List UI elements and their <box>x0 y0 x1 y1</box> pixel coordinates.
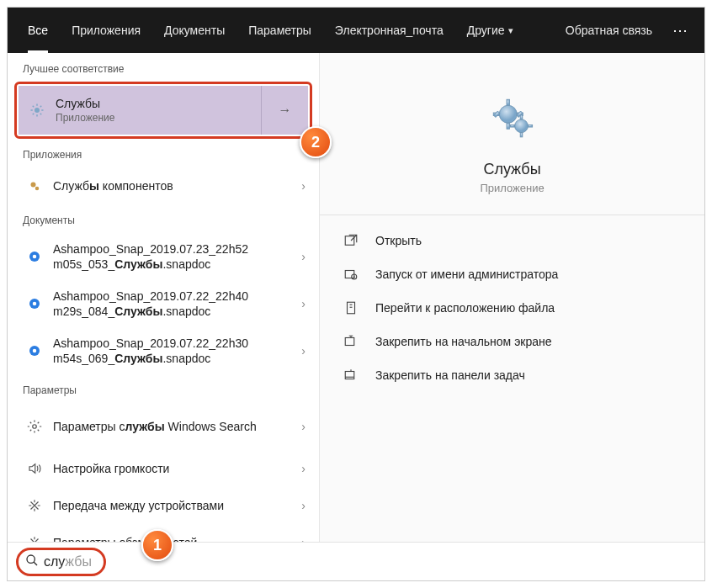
search-typed-text: слу <box>44 554 65 569</box>
section-docs: Документы <box>8 204 319 233</box>
svg-point-25 <box>514 119 528 133</box>
doc-result-3[interactable]: Ashampoo_Snap_2019.07.22_22h30 m54s_069_… <box>8 327 319 374</box>
tab-other-label: Другие <box>467 24 505 37</box>
svg-line-8 <box>40 106 42 108</box>
svg-rect-28 <box>510 124 514 127</box>
doc-result-1[interactable]: Ashampoo_Snap_2019.07.23_22h52 m05s_053_… <box>8 233 319 280</box>
devices-icon <box>23 495 46 516</box>
setting-label: Настройка громкости <box>53 461 296 476</box>
section-apps: Приложения <box>8 139 319 167</box>
svg-point-9 <box>31 183 36 188</box>
tab-settings[interactable]: Параметры <box>236 8 323 53</box>
search-icon <box>25 554 39 570</box>
chevron-right-icon: › <box>296 420 311 433</box>
volume-icon <box>23 458 46 479</box>
setting-volume[interactable]: Настройка громкости › <box>8 450 319 487</box>
action-label: Открыть <box>375 234 422 247</box>
chevron-right-icon: › <box>296 536 311 542</box>
svg-rect-19 <box>507 99 510 105</box>
action-label: Перейти к расположению файла <box>375 301 555 315</box>
svg-rect-24 <box>493 111 499 117</box>
setting-label: Параметры службы Windows Search <box>53 419 296 434</box>
svg-point-0 <box>35 108 40 113</box>
snapdoc-icon <box>23 246 46 267</box>
tab-email[interactable]: Электронная_почта <box>323 8 455 53</box>
tab-apps[interactable]: Приложения <box>60 8 152 53</box>
best-match-highlight: Службы Приложение → <box>14 82 312 139</box>
folder-icon <box>343 300 367 315</box>
action-run-as-admin[interactable]: Запуск от имени администратора <box>320 257 704 291</box>
setting-shared-experiences[interactable]: Передача между устройствами › <box>8 487 319 524</box>
admin-icon <box>343 267 367 282</box>
tab-feedback[interactable]: Обратная связь <box>554 8 664 53</box>
search-tabs: Все Приложения Документы Параметры Элект… <box>8 8 704 53</box>
svg-rect-26 <box>520 115 523 119</box>
app-result-label: Службы компонентов <box>53 178 296 193</box>
chevron-right-icon: › <box>296 462 311 475</box>
tab-docs[interactable]: Документы <box>152 8 236 53</box>
tab-other[interactable]: Другие ▾ <box>455 8 525 53</box>
pin-start-icon <box>343 334 367 349</box>
action-open-location[interactable]: Перейти к расположению файла <box>320 291 704 325</box>
search-suggestion-ghost: жбы <box>65 554 92 569</box>
setting-label: Параметры обзможностей <box>53 535 296 542</box>
setting-label: Передача между устройствами <box>53 498 296 513</box>
component-services-icon <box>23 176 46 196</box>
open-icon <box>343 233 367 248</box>
results-pane: Лучшее соответствие Службы Приложение → … <box>8 53 319 542</box>
svg-rect-20 <box>507 123 510 129</box>
action-label: Закрепить на начальном экране <box>375 335 552 348</box>
svg-point-39 <box>27 555 35 563</box>
app-result-component-services[interactable]: Службы компонентов › <box>8 167 319 204</box>
svg-line-6 <box>40 114 42 115</box>
action-pin-taskbar[interactable]: Закрепить на панели задач <box>320 358 704 392</box>
tab-all[interactable]: Все <box>16 8 60 53</box>
svg-point-14 <box>33 302 37 306</box>
more-menu[interactable]: ⋯ <box>664 21 696 40</box>
setting-windows-search[interactable]: Параметры службы Windows Search › <box>8 403 319 450</box>
search-box-highlight[interactable]: службы <box>16 548 106 576</box>
services-icon <box>19 103 56 118</box>
svg-line-5 <box>33 106 35 108</box>
preview-actions: Открыть Запуск от имени администратора П… <box>320 215 704 400</box>
svg-point-12 <box>33 255 37 259</box>
chevron-down-icon: ▾ <box>508 25 513 36</box>
svg-rect-36 <box>345 338 354 346</box>
preview-pane: Службы Приложение Открыть Запуск от имен… <box>319 53 704 542</box>
preview-subtitle: Приложение <box>480 182 544 194</box>
svg-point-16 <box>33 349 37 353</box>
section-settings: Параметры <box>8 374 319 403</box>
svg-rect-29 <box>528 124 532 127</box>
best-match-item[interactable]: Службы Приложение → <box>19 86 308 135</box>
chevron-right-icon: › <box>296 179 311 193</box>
action-label: Закрепить на панели задач <box>375 368 525 382</box>
svg-point-10 <box>35 187 40 191</box>
best-match-expand[interactable]: → <box>261 86 308 135</box>
doc-result-label: Ashampoo_Snap_2019.07.22_22h30 m54s_069_… <box>53 336 296 366</box>
svg-rect-33 <box>348 302 355 314</box>
doc-result-2[interactable]: Ashampoo_Snap_2019.07.22_22h40 m29s_084_… <box>8 280 319 327</box>
action-open[interactable]: Открыть <box>320 224 704 257</box>
devices-icon <box>23 532 46 542</box>
chevron-right-icon: › <box>296 297 311 310</box>
svg-rect-30 <box>345 236 354 246</box>
snapdoc-icon <box>23 294 46 314</box>
services-large-icon <box>489 95 536 142</box>
svg-point-18 <box>499 105 517 123</box>
window-frame: Все Приложения Документы Параметры Элект… <box>7 7 705 581</box>
annotation-callout-2: 2 <box>300 126 332 158</box>
search-bar: службы <box>8 542 704 580</box>
snapdoc-icon <box>23 341 46 361</box>
doc-result-label: Ashampoo_Snap_2019.07.23_22h52 m05s_053_… <box>53 241 296 272</box>
svg-rect-37 <box>345 372 354 379</box>
action-pin-start[interactable]: Закрепить на начальном экране <box>320 325 704 358</box>
svg-point-17 <box>33 425 37 429</box>
chevron-right-icon: › <box>296 499 311 512</box>
annotation-callout-1: 1 <box>141 529 173 561</box>
best-match-sub: Приложение <box>56 112 261 124</box>
preview-title: Службы <box>483 161 540 178</box>
chevron-right-icon: › <box>296 250 311 263</box>
action-label: Запуск от имени администратора <box>375 268 558 281</box>
section-best-match: Лучшее соответствие <box>8 53 319 82</box>
svg-line-40 <box>34 562 37 565</box>
